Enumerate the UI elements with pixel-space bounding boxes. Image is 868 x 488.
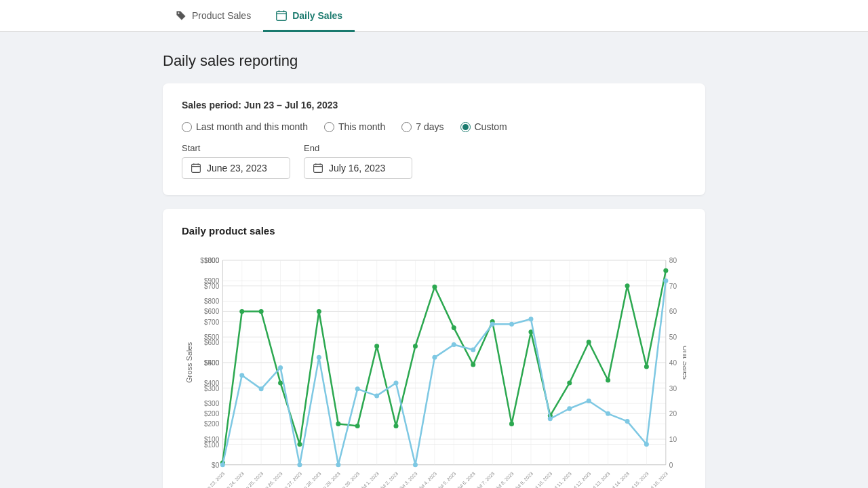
- svg-text:Jul 14, 2023: Jul 14, 2023: [608, 471, 630, 488]
- sales-period: Sales period: Jun 23 – Jul 16, 2023: [182, 100, 686, 110]
- gross-dot-8: [374, 344, 379, 348]
- unit-dot-20: [606, 411, 610, 416]
- radio-this-month-input[interactable]: [324, 122, 334, 132]
- gross-dot-11: [432, 285, 437, 289]
- svg-text:70: 70: [669, 283, 677, 290]
- unit-dot-2: [259, 386, 264, 391]
- gross-dot-7: [355, 424, 360, 428]
- tab-bar: Product Sales Daily Sales: [0, 0, 868, 32]
- unit-dot-22: [644, 442, 649, 447]
- svg-text:80: 80: [669, 257, 677, 264]
- period-card: Sales period: Jun 23 – Jul 16, 2023 Last…: [163, 83, 705, 195]
- svg-text:Unit Sales: Unit Sales: [682, 346, 686, 380]
- radio-custom-input[interactable]: [460, 122, 471, 132]
- end-calendar-icon: [313, 163, 323, 174]
- chart-card: Daily product sales $0 $100: [163, 209, 705, 488]
- tab-product-sales[interactable]: Product Sales: [163, 0, 263, 32]
- gross-dot-1: [239, 309, 244, 314]
- svg-text:$0: $0: [212, 462, 220, 469]
- start-date-group: Start June 23, 2023: [182, 143, 290, 179]
- radio-7-days-input[interactable]: [401, 122, 412, 132]
- svg-text:60: 60: [669, 308, 677, 316]
- unit-dot-13: [471, 348, 475, 352]
- svg-text:Jul 3, 2023: Jul 3, 2023: [398, 471, 418, 488]
- svg-text:$200: $200: [204, 420, 220, 428]
- gross-dot-18: [567, 381, 572, 386]
- svg-text:$200: $200: [204, 410, 220, 418]
- unit-dot-9: [393, 381, 398, 386]
- svg-text:$400: $400: [204, 380, 220, 387]
- start-label: Start: [182, 143, 290, 153]
- radio-this-month[interactable]: This month: [324, 121, 385, 132]
- svg-text:Jul 4, 2023: Jul 4, 2023: [418, 471, 437, 488]
- svg-text:20: 20: [669, 410, 677, 418]
- svg-text:Jun 25, 2023: Jun 25, 2023: [241, 471, 264, 488]
- unit-dot-11: [432, 355, 437, 360]
- gross-dot-12: [452, 325, 456, 330]
- svg-text:Jul 2, 2023: Jul 2, 2023: [379, 471, 399, 488]
- unit-dot-5: [317, 355, 321, 360]
- svg-text:Jul 7, 2023: Jul 7, 2023: [475, 471, 495, 488]
- svg-text:0: 0: [669, 462, 673, 469]
- unit-dot-14: [490, 322, 495, 327]
- start-calendar-icon: [191, 163, 201, 174]
- svg-text:$800: $800: [204, 298, 220, 305]
- gross-dot-3: [278, 381, 283, 386]
- end-label: End: [304, 143, 412, 153]
- svg-text:$500: $500: [204, 359, 220, 367]
- svg-point-0: [178, 12, 179, 14]
- radio-last-month[interactable]: Last month and this month: [182, 121, 308, 132]
- radio-custom[interactable]: Custom: [460, 121, 507, 132]
- page-title: Daily sales reporting: [163, 52, 705, 70]
- unit-dot-0: [220, 462, 225, 467]
- unit-dot-23: [663, 279, 668, 283]
- end-date-input[interactable]: July 16, 2023: [304, 157, 412, 179]
- unit-dot-4: [297, 462, 302, 467]
- svg-text:Jul 10, 2023: Jul 10, 2023: [532, 471, 553, 488]
- gross-dot-20: [606, 378, 610, 383]
- svg-text:Jun 23, 2023: Jun 23, 2023: [203, 471, 226, 488]
- svg-text:$900: $900: [204, 277, 220, 285]
- svg-text:Jun 26, 2023: Jun 26, 2023: [260, 471, 283, 488]
- svg-text:Jul 8, 2023: Jul 8, 2023: [495, 471, 515, 488]
- svg-text:30: 30: [669, 385, 677, 392]
- radio-7-days[interactable]: 7 days: [401, 121, 443, 132]
- gross-dot-15: [509, 422, 514, 426]
- tab-daily-sales-label: Daily Sales: [292, 10, 342, 21]
- svg-text:Jul 1, 2023: Jul 1, 2023: [360, 471, 380, 488]
- svg-text:$300: $300: [204, 400, 220, 407]
- svg-text:Jul 12, 2023: Jul 12, 2023: [570, 471, 592, 488]
- gross-dot-5: [317, 309, 321, 314]
- svg-text:Jun 27, 2023: Jun 27, 2023: [280, 471, 303, 488]
- date-row: Start June 23, 2023 End: [182, 143, 686, 179]
- unit-dot-18: [567, 406, 572, 411]
- svg-text:10: 10: [669, 436, 677, 443]
- svg-text:Jul 13, 2023: Jul 13, 2023: [589, 471, 611, 488]
- svg-text:Gross Sales: Gross Sales: [185, 342, 193, 383]
- chart-svg: $0 $100 $200 $300 $400 $500 $600 $700 $8…: [182, 247, 686, 488]
- svg-text:Jun 29, 2023: Jun 29, 2023: [318, 471, 341, 488]
- unit-dot-21: [625, 419, 630, 424]
- start-date-input[interactable]: June 23, 2023: [182, 157, 290, 179]
- period-label: Sales period:: [182, 100, 241, 110]
- unit-dot-7: [355, 386, 360, 391]
- svg-text:Jun 30, 2023: Jun 30, 2023: [338, 471, 361, 488]
- svg-text:$600: $600: [204, 339, 220, 346]
- unit-dot-19: [587, 399, 591, 403]
- unit-dot-12: [452, 342, 456, 347]
- chart-container: $0 $100 $200 $300 $400 $500 $600 $700 $8…: [182, 247, 686, 488]
- unit-dot-16: [528, 317, 533, 321]
- radio-7-days-label: 7 days: [416, 121, 443, 132]
- gross-dot-6: [336, 422, 340, 426]
- tag-icon: [175, 9, 187, 22]
- tab-daily-sales[interactable]: Daily Sales: [263, 0, 355, 32]
- svg-text:$1000: $1000: [200, 257, 219, 264]
- tab-product-sales-label: Product Sales: [192, 10, 251, 21]
- radio-last-month-label: Last month and this month: [196, 121, 308, 132]
- gross-dot-9: [393, 424, 398, 428]
- radio-last-month-input[interactable]: [182, 122, 192, 132]
- end-date-value: July 16, 2023: [329, 163, 385, 174]
- gross-dot-4: [297, 442, 302, 447]
- svg-text:50: 50: [669, 333, 677, 341]
- svg-text:Jul 6, 2023: Jul 6, 2023: [456, 471, 476, 488]
